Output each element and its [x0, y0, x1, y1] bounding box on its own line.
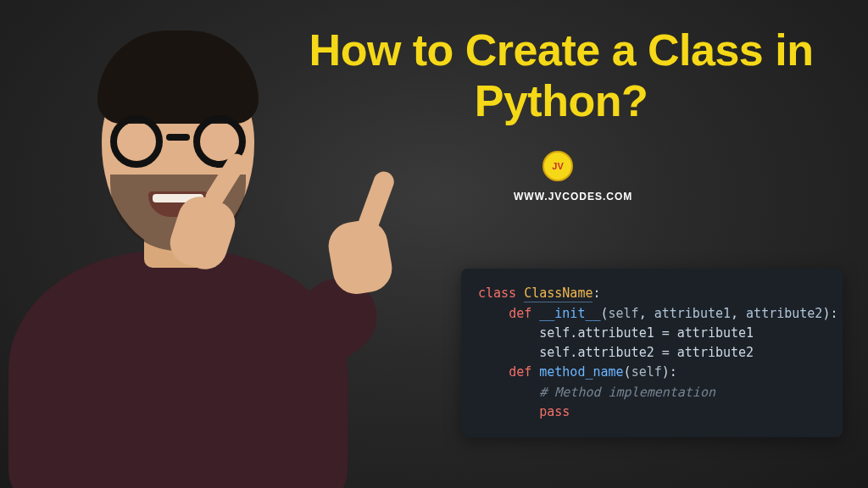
glasses-icon: [110, 115, 246, 166]
keyword-class: class: [478, 286, 516, 301]
fn-init: __init__: [539, 306, 600, 321]
lens-left: [110, 115, 163, 168]
code-line-4: self.attribute2 = attribute2: [478, 343, 826, 363]
comment: # Method implementation: [539, 385, 715, 400]
site-url: WWW.JVCODES.COM: [514, 191, 632, 202]
code-line-8: pass: [478, 402, 826, 422]
code-line-7: # Method implementation: [478, 383, 826, 402]
logo-block: JV: [542, 151, 573, 181]
glasses-bridge: [166, 134, 190, 141]
hair-shape: [97, 30, 259, 124]
keyword-def-2: def: [509, 364, 531, 380]
finger-right: [356, 169, 397, 236]
keyword-def: def: [509, 306, 531, 321]
page-title: How to Create a Class in Python?: [288, 25, 834, 127]
logo-icon: JV: [542, 151, 573, 181]
fn-method: method_name: [539, 364, 623, 380]
code-line-1: class ClassName:: [478, 284, 826, 303]
code-line-3: self.attribute1 = attribute1: [478, 324, 826, 343]
code-snippet: class ClassName: def __init__(self, attr…: [461, 269, 843, 437]
code-line-6: def method_name(self):: [478, 363, 826, 382]
colon: :: [593, 286, 600, 301]
code-line-2: def __init__(self, attribute1, attribute…: [478, 304, 826, 324]
keyword-pass: pass: [539, 404, 570, 419]
class-name: ClassName: [524, 286, 593, 302]
